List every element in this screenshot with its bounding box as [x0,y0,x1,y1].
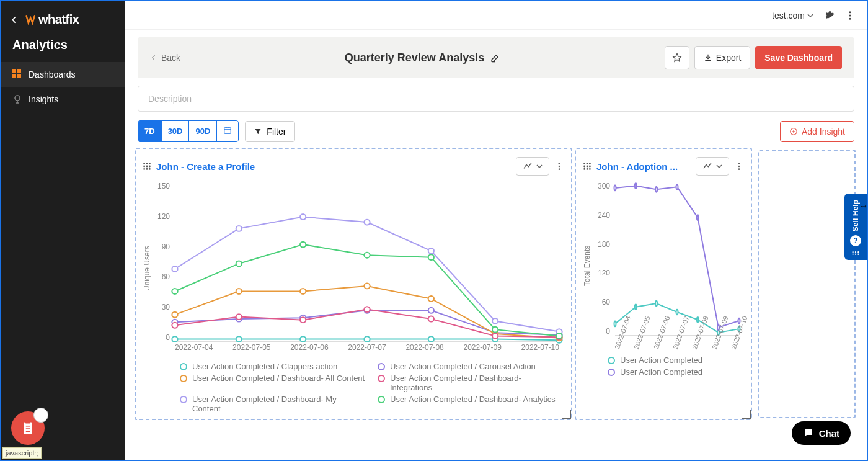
card-title[interactable]: John - Adoption ... [596,161,678,172]
chart-legend: User Action CompletedUser Action Complet… [583,356,744,377]
star-button[interactable] [665,46,689,69]
svg-point-59 [300,317,306,323]
svg-point-82 [587,166,588,168]
svg-point-90 [614,321,616,327]
svg-point-12 [849,11,851,13]
svg-point-64 [172,266,177,272]
svg-point-58 [236,314,242,320]
svg-point-66 [300,214,306,220]
description-input[interactable]: Description [138,86,854,112]
svg-point-62 [492,333,498,339]
resize-handle[interactable] [562,410,571,419]
svg-point-94 [697,317,699,323]
chat-icon [803,427,814,439]
gear-icon[interactable] [823,10,835,21]
svg-point-39 [364,336,370,342]
chat-widget[interactable]: Chat [792,421,851,445]
clipboard-icon [20,420,36,436]
svg-point-38 [300,336,306,342]
domain-label: test.com [772,11,805,20]
legend-item[interactable]: User Action Completed / Carousel Action [378,362,564,371]
chat-label: Chat [819,428,839,439]
add-insight-label: Add Insight [802,127,845,137]
svg-point-35 [559,168,560,170]
range-30d[interactable]: 30D [161,121,189,141]
resize-handle[interactable] [742,410,751,419]
svg-point-54 [428,296,434,302]
svg-point-97 [614,186,616,191]
line-chart-profile: 0306090120150 2022-07-042022-07-052022-0… [151,182,564,356]
card-kebab-icon[interactable] [554,161,564,171]
back-chevron-icon[interactable] [10,16,19,24]
legend-item[interactable]: User Action Completed [608,367,744,377]
edit-pencil-icon[interactable] [490,53,500,63]
legend-item[interactable]: User Action Completed [608,356,744,365]
chart-type-dropdown[interactable] [516,157,549,176]
plus-circle-icon [789,127,798,136]
legend-item[interactable]: User Action Completed / Dashboard- All C… [180,374,366,392]
svg-point-83 [589,166,591,168]
svg-point-86 [589,168,591,170]
sidebar-item-insights[interactable]: Insights [1,87,125,112]
filter-label: Filter [267,127,286,137]
sidebar: whatfix Analytics Dashboards Insights 10 [1,1,125,460]
drag-handle-icon[interactable] [143,162,151,171]
filter-button[interactable]: Filter [245,121,295,142]
range-custom-calendar[interactable] [216,121,238,141]
svg-point-51 [236,289,242,294]
svg-point-109 [857,254,859,255]
sidebar-item-dashboards[interactable]: Dashboards [1,62,125,87]
svg-point-52 [300,289,306,294]
legend-item[interactable]: User Action Completed / Dashboard- Integ… [378,374,564,392]
svg-point-105 [855,251,856,253]
add-insight-button[interactable]: Add Insight [780,121,854,142]
svg-point-61 [428,316,434,322]
export-button[interactable]: Export [694,46,750,69]
svg-point-104 [852,251,853,253]
sidebar-item-label: Dashboards [29,69,76,79]
card-title[interactable]: John - Create a Profile [156,161,255,172]
insight-card-profile: John - Create a Profile Unique Users 030… [136,150,570,418]
insight-card-adoption: John - Adoption ... Total Events 0601201… [577,150,750,418]
clipboard-widget[interactable]: 10 [11,411,45,445]
domain-dropdown[interactable]: test.com [772,11,813,20]
svg-point-73 [300,242,306,248]
svg-point-37 [236,336,242,342]
title-bar: Back Quarterly Review Analysis Export Sa… [138,37,854,78]
svg-point-100 [676,184,678,190]
save-dashboard-button[interactable]: Save Dashboard [755,46,842,69]
chevron-down-icon [716,163,722,169]
save-label: Save Dashboard [764,53,833,63]
legend-item[interactable]: User Action Completed / Clappers action [180,362,366,371]
svg-point-68 [428,248,434,254]
svg-point-65 [236,226,242,231]
svg-rect-17 [224,128,231,133]
svg-point-93 [676,310,678,315]
range-7d[interactable]: 7D [138,121,161,141]
svg-point-80 [589,163,591,164]
star-icon [672,53,682,63]
legend-item[interactable]: User Action Completed / Dashboard- My Co… [180,395,366,413]
svg-point-25 [146,163,148,164]
svg-marker-16 [673,53,681,61]
card-kebab-icon[interactable] [734,161,744,171]
legend-item[interactable]: User Action Completed / Dashboard- Analy… [378,395,564,413]
empty-drop-zone[interactable] [758,150,856,418]
svg-point-28 [146,166,148,168]
self-help-label: Self Help [851,200,860,231]
svg-point-29 [149,166,151,168]
chart-type-dropdown[interactable] [696,157,729,176]
range-90d[interactable]: 90D [188,121,216,141]
svg-point-75 [428,254,434,260]
svg-point-87 [738,163,740,164]
drag-handle-icon[interactable] [583,162,591,171]
line-chart-adoption: 060120180240300 2022-07-042022-07-052022… [591,182,744,349]
svg-rect-0 [12,69,16,73]
chevron-down-icon [807,12,813,19]
back-link[interactable]: Back [150,53,180,63]
svg-point-71 [172,289,177,294]
svg-point-53 [364,283,370,289]
kebab-icon[interactable] [844,10,856,21]
svg-point-99 [655,187,657,192]
svg-point-31 [146,168,148,170]
